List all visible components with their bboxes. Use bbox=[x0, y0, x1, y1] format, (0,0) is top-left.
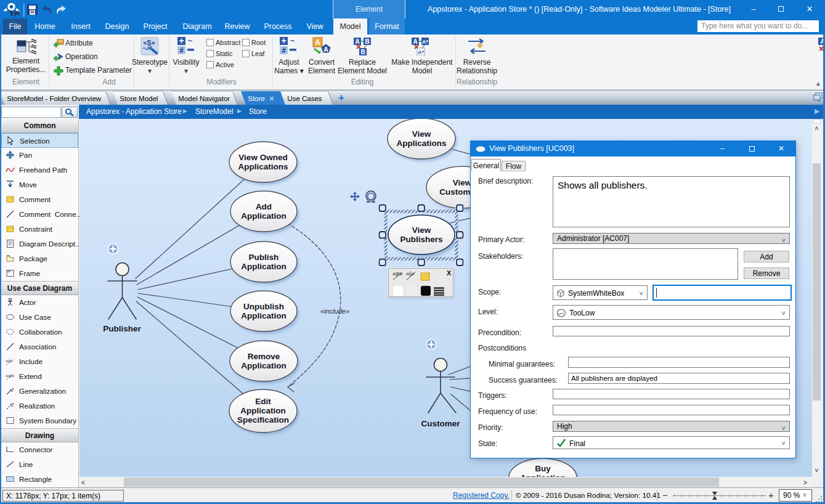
svg-text:View: View bbox=[412, 129, 431, 139]
svg-text:Specification: Specification bbox=[237, 415, 289, 425]
svg-text:View Owned: View Owned bbox=[238, 153, 287, 162]
svg-text:Remove: Remove bbox=[248, 352, 280, 361]
svg-text:View: View bbox=[453, 178, 472, 187]
svg-text:Publisher: Publisher bbox=[103, 324, 141, 333]
svg-text:B: B bbox=[360, 49, 365, 55]
svg-text:~: ~ bbox=[290, 37, 295, 46]
svg-text:#: # bbox=[179, 46, 184, 55]
svg-text:View: View bbox=[412, 226, 431, 235]
svg-text:#: # bbox=[282, 46, 286, 55]
svg-text:A: A bbox=[323, 46, 328, 53]
svg-text:A: A bbox=[355, 38, 359, 45]
svg-text:Application: Application bbox=[241, 311, 287, 320]
svg-text:A*: A* bbox=[422, 39, 428, 45]
svg-text:«e»: «e» bbox=[6, 373, 14, 379]
svg-text:+: + bbox=[281, 37, 286, 46]
svg-text:Customer: Customer bbox=[421, 419, 460, 428]
svg-text:«include»: «include» bbox=[320, 307, 349, 315]
svg-text:Unpublish: Unpublish bbox=[243, 302, 284, 311]
svg-text:B: B bbox=[365, 38, 369, 45]
svg-text:Publish: Publish bbox=[249, 253, 279, 262]
svg-text:Edit: Edit bbox=[255, 397, 271, 406]
svg-text:Applications: Applications bbox=[238, 162, 288, 171]
svg-text:A*: A* bbox=[418, 49, 424, 55]
svg-text:Publishers: Publishers bbox=[400, 235, 442, 244]
svg-text:Application: Application bbox=[240, 406, 286, 415]
svg-text:Application: Application bbox=[241, 262, 287, 271]
svg-text:A: A bbox=[413, 38, 417, 45]
svg-text:~: ~ bbox=[188, 37, 193, 46]
svg-text:«i»: «i» bbox=[6, 358, 13, 364]
svg-text:Application: Application bbox=[241, 211, 287, 221]
svg-text:Application: Application bbox=[241, 361, 287, 370]
svg-text:A: A bbox=[315, 38, 320, 47]
svg-text:Buy: Buy bbox=[535, 464, 551, 473]
svg-text:Applications: Applications bbox=[396, 139, 446, 148]
svg-text:+: + bbox=[179, 37, 184, 46]
svg-text:«S»: «S» bbox=[143, 39, 155, 46]
svg-text:Add: Add bbox=[256, 202, 272, 211]
